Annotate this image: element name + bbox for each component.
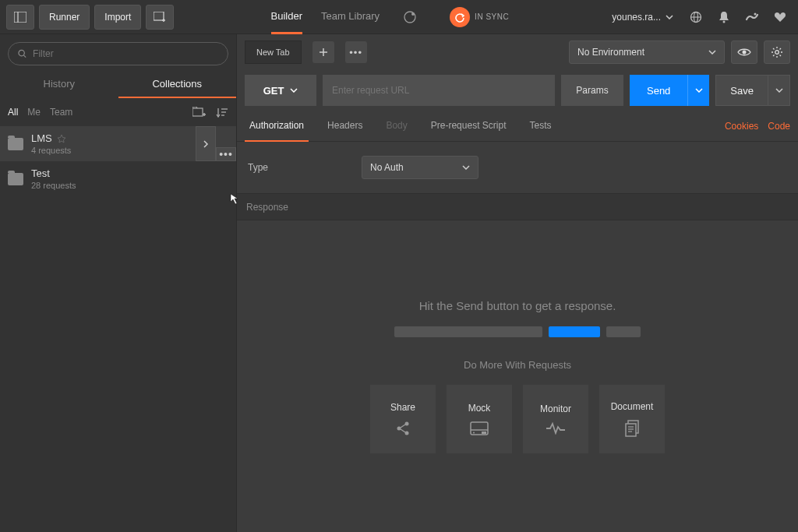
svg-point-12 xyxy=(19,50,24,55)
chevron-down-icon xyxy=(775,88,783,93)
chevron-down-icon xyxy=(462,165,470,170)
user-menu[interactable]: younes.ra... xyxy=(606,5,680,30)
request-tab[interactable]: New Tab xyxy=(245,41,302,64)
svg-rect-43 xyxy=(626,424,636,436)
card-label: Mock xyxy=(468,403,491,414)
auth-type-value: No Auth xyxy=(370,162,404,173)
collection-item-test[interactable]: Test 28 requests xyxy=(0,161,236,196)
chevron-down-icon xyxy=(708,50,716,55)
send-button[interactable]: Send xyxy=(630,75,687,106)
environment-value: No Environment xyxy=(577,47,644,58)
card-mock[interactable]: Mock xyxy=(447,385,512,453)
svg-point-23 xyxy=(743,51,747,55)
url-input[interactable] xyxy=(323,75,555,106)
response-header: Response xyxy=(237,194,798,220)
document-icon xyxy=(624,420,640,437)
params-button[interactable]: Params xyxy=(561,75,623,106)
collection-more-button[interactable]: ••• xyxy=(216,147,236,161)
sync-icon xyxy=(450,7,470,27)
star-icon[interactable] xyxy=(57,134,66,143)
expand-collection-button[interactable] xyxy=(196,126,216,161)
scope-all[interactable]: All xyxy=(8,107,18,118)
content-pane: New Tab ••• No Environment GET xyxy=(237,34,798,532)
svg-rect-0 xyxy=(14,12,26,23)
tab-team-library[interactable]: Team Library xyxy=(321,0,380,34)
bar-gray-short xyxy=(606,326,641,337)
tab-pre-request[interactable]: Pre-request Script xyxy=(426,111,511,142)
svg-line-13 xyxy=(23,55,26,58)
card-share[interactable]: Share xyxy=(370,385,436,453)
save-button[interactable]: Save xyxy=(715,75,768,106)
card-monitor[interactable]: Monitor xyxy=(523,385,588,453)
svg-point-34 xyxy=(405,422,409,426)
heart-icon[interactable] xyxy=(768,5,792,29)
tab-collections[interactable]: Collections xyxy=(118,70,237,98)
chevron-down-icon xyxy=(666,15,673,19)
runner-button[interactable]: Runner xyxy=(39,5,90,30)
bar-blue xyxy=(549,326,600,337)
tab-headers[interactable]: Headers xyxy=(323,111,367,142)
import-button[interactable]: Import xyxy=(94,5,141,30)
svg-line-37 xyxy=(401,429,405,432)
workspace-tabs: Builder Team Library IN SYNC xyxy=(271,0,510,34)
card-label: Document xyxy=(611,401,654,412)
scope-me[interactable]: Me xyxy=(27,107,41,118)
environment-select[interactable]: No Environment xyxy=(569,41,725,64)
svg-point-33 xyxy=(397,427,401,431)
tab-authorization[interactable]: Authorization xyxy=(245,111,309,142)
chevron-down-icon xyxy=(290,88,298,93)
method-value: GET xyxy=(263,85,284,97)
response-body: Hit the Send button to get a response. D… xyxy=(237,220,798,532)
tab-builder[interactable]: Builder xyxy=(271,0,302,34)
tab-options-button[interactable]: ••• xyxy=(345,41,367,63)
scope-bar: All Me Team xyxy=(0,98,236,126)
response-hint: Hit the Send button to get a response. xyxy=(419,299,616,312)
card-label: Monitor xyxy=(540,403,571,414)
collection-item-lms[interactable]: LMS 4 requests ••• xyxy=(0,126,236,161)
cookies-link[interactable]: Cookies xyxy=(725,121,758,132)
svg-rect-2 xyxy=(154,12,164,20)
svg-point-6 xyxy=(411,12,415,16)
browse-icon[interactable] xyxy=(398,5,422,29)
mock-icon xyxy=(470,421,489,435)
svg-line-29 xyxy=(773,48,775,50)
code-link[interactable]: Code xyxy=(768,121,790,132)
scope-team[interactable]: Team xyxy=(50,107,72,118)
filter-field[interactable] xyxy=(8,42,228,65)
card-label: Share xyxy=(390,402,415,413)
globe-icon[interactable] xyxy=(684,5,708,29)
auth-type-label: Type xyxy=(248,162,268,173)
save-options-button[interactable] xyxy=(768,75,790,106)
progress-placeholder xyxy=(394,326,641,337)
auth-type-select[interactable]: No Auth xyxy=(362,156,478,179)
sort-icon[interactable] xyxy=(216,107,228,118)
bar-gray xyxy=(394,326,542,337)
collection-name: LMS xyxy=(31,132,52,144)
method-select[interactable]: GET xyxy=(245,75,316,106)
add-tab-button[interactable] xyxy=(312,41,334,63)
manage-environments-button[interactable] xyxy=(764,41,790,64)
quick-look-button[interactable] xyxy=(731,41,757,64)
tab-tests[interactable]: Tests xyxy=(524,111,556,142)
new-collection-icon[interactable] xyxy=(192,107,207,118)
svg-point-11 xyxy=(754,12,757,15)
tab-history[interactable]: History xyxy=(0,70,118,98)
settings-icon[interactable] xyxy=(740,5,764,29)
new-window-button[interactable] xyxy=(146,5,174,30)
do-more-label: Do More With Requests xyxy=(464,359,571,371)
filter-input[interactable] xyxy=(33,48,218,59)
folder-icon xyxy=(8,173,23,185)
user-name: younes.ra... xyxy=(612,12,661,23)
sync-label: IN SYNC xyxy=(475,12,509,21)
svg-line-31 xyxy=(773,55,775,57)
tab-body[interactable]: Body xyxy=(381,111,411,142)
collection-count: 28 requests xyxy=(31,181,228,190)
card-document[interactable]: Document xyxy=(599,385,665,453)
toggle-sidebar-button[interactable] xyxy=(6,5,34,30)
sidebar: History Collections All Me Team LMS xyxy=(0,34,237,532)
folder-icon xyxy=(8,138,23,150)
collection-name: Test xyxy=(31,167,228,179)
notifications-icon[interactable] xyxy=(712,5,736,29)
send-options-button[interactable] xyxy=(687,75,709,106)
share-icon xyxy=(395,421,411,436)
